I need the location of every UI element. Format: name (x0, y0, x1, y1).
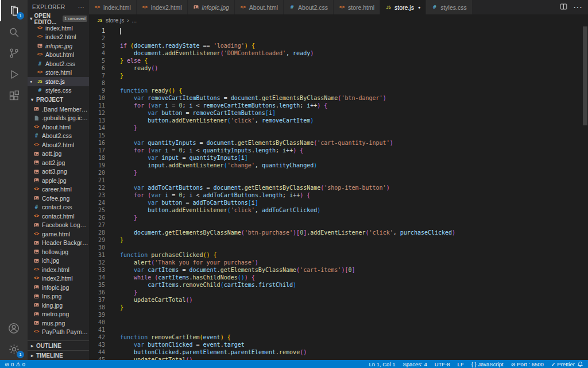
open-editor-index2.html[interactable]: <>index2.html (28, 33, 89, 42)
open-editor-About.html[interactable]: <>About.html (28, 51, 89, 60)
code-line-45[interactable]: updateCartTotal() (120, 356, 588, 360)
code-line-41[interactable] (120, 326, 588, 334)
project-file-contact.html[interactable]: <>contact.html (28, 212, 89, 221)
project-file-hollow.jpg[interactable]: hollow.jpg (28, 247, 89, 256)
code-line-32[interactable]: alert('Thank you for your purchase') (120, 259, 588, 266)
tab-styles.css[interactable]: #styles.css (426, 0, 473, 14)
tab-store.html[interactable]: <>store.html (334, 0, 380, 14)
code-line-15[interactable] (120, 132, 588, 139)
project-file-About2.css[interactable]: #About2.css (28, 132, 89, 141)
code-editor[interactable]: 1234567891011121314151617181920212223242… (89, 26, 588, 360)
more-actions-icon[interactable]: ··· (573, 2, 582, 13)
project-file-infopic.jpg[interactable]: infopic.jpg (28, 283, 89, 292)
code-line-28[interactable]: document.getElementsByClassName('btn-pur… (120, 229, 588, 236)
code-line-11[interactable]: for (var i = 0; i < removeCartItemButton… (120, 102, 588, 109)
project-file-About.html[interactable]: <>About.html (28, 122, 89, 132)
code-line-24[interactable]: var button = addToCartButtons[i] (120, 199, 588, 206)
tab-index2.html[interactable]: <>index2.html (137, 0, 188, 14)
open-editor-store.html[interactable]: <>store.html (28, 68, 89, 78)
code-line-40[interactable] (120, 319, 588, 326)
split-editor-icon[interactable] (560, 2, 567, 13)
code-line-10[interactable]: var removeCartItemButtons = document.get… (120, 94, 588, 102)
project-file-aott2.jpg[interactable]: aott2.jpg (28, 158, 89, 167)
code-line-44[interactable]: buttonClicked.parentElement.parentElemen… (120, 348, 588, 356)
code-line-43[interactable]: var buttonClicked = event.target (120, 341, 588, 348)
timeline-header[interactable]: ▸ TIMELINE (28, 350, 89, 360)
tab-store.js[interactable]: JSstore.js● (380, 0, 426, 14)
project-file-index.html[interactable]: <>index.html (28, 265, 89, 274)
minimap[interactable] (537, 28, 582, 107)
editor-scrollbar[interactable] (582, 26, 588, 360)
code-line-37[interactable]: updateCartTotal() (120, 296, 588, 304)
project-file-metro.png[interactable]: metro.png (28, 310, 89, 319)
tab-About.html[interactable]: <>About.html (235, 0, 284, 14)
project-file-mus.png[interactable]: mus.png (28, 319, 89, 328)
explorer-more-icon[interactable]: ··· (78, 4, 84, 10)
project-file-ich.jpg[interactable]: ich.jpg (28, 256, 89, 266)
code-lines[interactable]: if (document.readyState == 'loading') { … (113, 26, 588, 360)
code-line-9[interactable]: function ready() { (120, 87, 588, 94)
status-language-mode[interactable]: { } JavaScript (471, 361, 504, 367)
code-line-18[interactable]: var input = quantityInputs[i] (120, 154, 588, 162)
code-line-21[interactable] (120, 177, 588, 184)
open-editor-styles.css[interactable]: #styles.css (28, 86, 89, 95)
code-line-20[interactable]: } (120, 169, 588, 177)
code-line-26[interactable]: } (120, 214, 588, 221)
code-line-12[interactable]: var button = removeCartItemButtons[i] (120, 109, 588, 117)
explorer-icon[interactable]: 1 (0, 0, 28, 21)
breadcrumb-file[interactable]: store.js (106, 17, 124, 24)
outline-header[interactable]: ▸ OUTLINE (28, 340, 89, 350)
project-file-Cofee.png[interactable]: Cofee.png (28, 194, 89, 203)
code-line-34[interactable]: while (cartItems.hasChildNodes()) { (120, 274, 588, 281)
scrollbar-thumb[interactable] (583, 26, 587, 125)
code-line-29[interactable]: } (120, 236, 588, 244)
code-line-8[interactable] (120, 79, 588, 87)
status-cursor-position[interactable]: Ln 1, Col 1 (369, 361, 395, 367)
code-line-25[interactable]: button.addEventListener('click', addToCa… (120, 206, 588, 214)
status-eol[interactable]: LF (458, 361, 464, 367)
project-file-aott.jpg[interactable]: aott.jpg (28, 150, 89, 159)
status-live-server-port[interactable]: ⊘ Port : 6500 (511, 361, 544, 367)
project-file-PayPath Payment Se...[interactable]: <>PayPath Payment Se... (28, 328, 89, 337)
project-file-contact.css[interactable]: #contact.css (28, 203, 89, 212)
project-file-king.jpg[interactable]: king.jpg (28, 301, 89, 310)
code-line-1[interactable] (120, 27, 588, 34)
project-file-Header Background....[interactable]: Header Background.... (28, 239, 89, 248)
status-encoding[interactable]: UTF-8 (435, 361, 450, 367)
account-icon[interactable] (0, 317, 28, 339)
code-line-35[interactable]: cartItems.removeChild(cartItems.firstChi… (120, 281, 588, 289)
code-line-6[interactable]: ready() (120, 64, 588, 72)
open-editor-infopic.jpg[interactable]: infopic.jpg (28, 41, 89, 51)
code-line-33[interactable]: var cartItems = document.getElementsByCl… (120, 266, 588, 274)
search-icon[interactable] (0, 21, 28, 43)
project-file-game.html[interactable]: <>game.html (28, 229, 89, 239)
code-line-2[interactable] (120, 34, 588, 42)
code-line-3[interactable]: if (document.readyState == 'loading') { (120, 42, 588, 49)
status-indentation[interactable]: Spaces: 4 (403, 361, 427, 367)
code-line-22[interactable]: var addToCartButtons = document.getEleme… (120, 184, 588, 191)
run-debug-icon[interactable] (0, 64, 28, 85)
project-file-index2.html[interactable]: <>index2.html (28, 274, 89, 283)
code-line-23[interactable]: for (var i = 0; i < addToCartButtons.len… (120, 191, 588, 199)
project-file-Ins.png[interactable]: Ins.png (28, 292, 89, 301)
project-file-.gobuilds.jpg.icloud[interactable]: .gobuilds.jpg.icloud (28, 114, 89, 123)
open-editor-store.js[interactable]: ●JSstore.js (28, 77, 89, 86)
project-file-About2.html[interactable]: <>About2.html (28, 140, 89, 150)
code-line-17[interactable]: for (var i = 0; i < quantityInputs.lengt… (120, 147, 588, 154)
extensions-icon[interactable] (0, 85, 28, 106)
code-line-4[interactable]: document.addEventListener('DOMContentLoa… (120, 49, 588, 57)
code-line-39[interactable] (120, 311, 588, 319)
tab-index.html[interactable]: <>index.html (89, 0, 137, 14)
settings-gear-icon[interactable]: 1 (0, 339, 28, 360)
breadcrumb[interactable]: JS store.js › ... (89, 14, 588, 26)
open-editors-header[interactable]: ▾ OPEN EDITO... 1 unsaved (28, 14, 89, 24)
source-control-icon[interactable] (0, 43, 28, 64)
code-line-36[interactable]: } (120, 289, 588, 296)
project-file-.Band Members.png...[interactable]: .Band Members.png... (28, 105, 89, 114)
breadcrumb-more[interactable]: ... (132, 17, 137, 24)
code-line-27[interactable] (120, 221, 588, 229)
project-header[interactable]: ▾ PROJECT (28, 95, 89, 105)
notifications-bell-icon[interactable] (577, 361, 583, 367)
problems-indicator[interactable]: ⊘ 0 ⚠ 0 (5, 361, 25, 367)
project-file-aott3.png[interactable]: aott3.png (28, 167, 89, 177)
